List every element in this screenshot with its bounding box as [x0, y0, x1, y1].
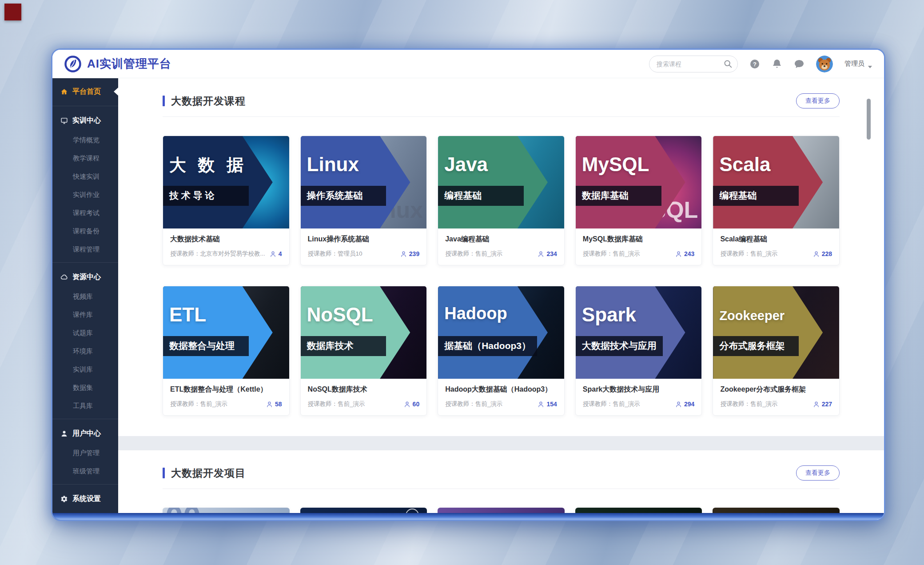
desktop-red-square: [4, 4, 21, 20]
main-content: 大数据开发课程 查看更多 大 数 据 技 术 导 论 大数据技术基础 授课教师：…: [118, 78, 884, 520]
course-cover: ETL 数据整合与处理: [163, 286, 289, 379]
app-title: AI实训管理平台: [87, 56, 171, 72]
sidebar-item[interactable]: 环境库: [52, 342, 118, 361]
sidebar-group-label: 用户中心: [72, 429, 101, 438]
view-more-button[interactable]: 查看更多: [796, 465, 840, 481]
course-card[interactable]: Scala 编程基础 Scala编程基础 授课教师：售前_演示 228: [713, 136, 840, 265]
course-title: Spark大数据技术与应用: [583, 385, 695, 394]
sidebar-group-gear[interactable]: 系统设置: [52, 488, 118, 509]
course-meta: 授课教师：售前_演示 228: [720, 250, 832, 258]
course-card[interactable]: MySQL MySQL 数据库基础 MySQL数据库基础 授课教师：售前_演示 …: [575, 136, 702, 265]
course-meta: 授课教师：售前_演示 60: [308, 400, 420, 408]
view-more-button[interactable]: 查看更多: [796, 93, 840, 108]
cover-subtitle-band: 技 术 导 论: [163, 186, 249, 206]
sidebar-item[interactable]: 实训作业: [52, 186, 118, 204]
sidebar-item[interactable]: 学情概览: [52, 131, 118, 149]
cover-subtitle: 大数据技术与应用: [582, 341, 657, 351]
sidebar-item[interactable]: 课程考试: [52, 204, 118, 222]
course-card-body: NoSQL数据库技术 授课教师：售前_演示 60: [301, 379, 427, 415]
cover-subtitle: 编程基础: [719, 190, 757, 200]
course-card-body: Hadoop大数据基础（Hadoop3） 授课教师：售前_演示 154: [438, 379, 564, 415]
search-icon[interactable]: [723, 59, 733, 68]
sidebar-item[interactable]: 课程备份: [52, 222, 118, 240]
sidebar-item[interactable]: 工具库: [52, 397, 118, 415]
search-box: [649, 56, 738, 72]
help-icon[interactable]: ?: [749, 59, 760, 69]
cover-chevron: [713, 136, 839, 228]
cover-chevron: [576, 286, 702, 379]
sidebar-group-user[interactable]: 用户中心: [52, 423, 118, 444]
bell-icon[interactable]: [772, 59, 782, 69]
person-icon: [813, 401, 820, 408]
section-projects: 大数据开发项目 查看更多 00 ··· 大数据开发案例 ··· 大数据开发案例 …: [118, 450, 884, 520]
cover-subtitle: 数据库技术: [307, 341, 354, 351]
desktop-background: AI实训管理平台 ?: [0, 0, 924, 565]
cover-subtitle: 数据整合与处理: [169, 341, 235, 351]
course-cover: Scala 编程基础: [713, 136, 839, 228]
user-avatar[interactable]: [816, 56, 833, 72]
course-title: ETL数据整合与处理（Kettle）: [170, 385, 282, 394]
course-meta: 授课教师：售前_演示 243: [583, 250, 695, 258]
course-student-count: 294: [675, 401, 694, 408]
course-card[interactable]: Spark 大数据技术与应用 Spark大数据技术与应用 授课教师：售前_演示 …: [575, 286, 702, 416]
person-icon: [538, 251, 544, 257]
course-card-body: Scala编程基础 授课教师：售前_演示 228: [713, 228, 839, 265]
course-meta: 授课教师：售前_演示 227: [720, 400, 832, 408]
course-teacher: 授课教师：售前_演示: [583, 250, 672, 258]
course-title: Hadoop大数据基础（Hadoop3）: [445, 385, 557, 394]
course-card[interactable]: NoSQL 数据库技术 NoSQL数据库技术 授课教师：售前_演示 60: [300, 286, 427, 416]
sidebar-item[interactable]: 课程管理: [52, 240, 118, 259]
sidebar-group-label: 资源中心: [72, 272, 101, 282]
course-cover: 大 数 据 技 术 导 论: [163, 136, 289, 228]
course-card-body: Java编程基础 授课教师：售前_演示 234: [438, 228, 564, 265]
cover-subtitle-band: 操作系统基础: [301, 186, 386, 206]
course-teacher: 授课教师：北京市对外贸易学校教...: [170, 250, 266, 258]
sidebar-group-cloud[interactable]: 资源中心: [52, 266, 118, 288]
course-card-body: Spark大数据技术与应用 授课教师：售前_演示 294: [576, 379, 702, 415]
app-window: AI实训管理平台 ?: [52, 50, 884, 520]
user-name: 管理员: [844, 60, 864, 68]
sidebar-item[interactable]: 视频库: [52, 288, 118, 306]
course-card[interactable]: Java 编程基础 Java编程基础 授课教师：售前_演示 234: [438, 136, 565, 265]
course-student-count: 60: [404, 401, 420, 408]
gear-icon: [60, 495, 68, 503]
sidebar-item[interactable]: 实训库: [52, 361, 118, 379]
chat-icon[interactable]: [794, 59, 805, 69]
course-meta: 授课教师：售前_演示 234: [445, 250, 557, 258]
sidebar-item[interactable]: 用户管理: [52, 444, 118, 462]
user-menu[interactable]: 管理员: [844, 60, 872, 68]
section-divider: [163, 489, 840, 489]
sidebar-item[interactable]: 班级管理: [52, 462, 118, 481]
cover-title: Zookeeper: [719, 309, 785, 322]
course-card[interactable]: inux Linux 操作系统基础 Linux操作系统基础 授课教师：管理员10…: [300, 136, 427, 265]
course-card-body: Linux操作系统基础 授课教师：管理员10 239: [301, 228, 427, 265]
person-icon: [538, 401, 544, 408]
cover-title: NoSQL: [307, 305, 373, 325]
course-card[interactable]: 大 数 据 技 术 导 论 大数据技术基础 授课教师：北京市对外贸易学校教...…: [163, 136, 290, 265]
sidebar-item[interactable]: 教学课程: [52, 149, 118, 168]
cover-title: 大 数 据: [169, 156, 247, 173]
course-meta: 授课教师：北京市对外贸易学校教... 4: [170, 250, 282, 258]
sidebar-item[interactable]: 快速实训: [52, 168, 118, 186]
sidebar-item[interactable]: 数据集: [52, 379, 118, 397]
person-icon: [270, 251, 276, 257]
course-teacher: 授课教师：售前_演示: [720, 250, 809, 258]
course-cover: Java 编程基础: [438, 136, 564, 228]
course-card[interactable]: Hadoop 据基础（Hadoop3） Hadoop大数据基础（Hadoop3）…: [438, 286, 565, 416]
course-title: MySQL数据库基础: [583, 235, 695, 244]
cover-subtitle-band: 据基础（Hadoop3）: [438, 336, 537, 356]
course-title: Linux操作系统基础: [308, 235, 420, 244]
sidebar-group-home[interactable]: 平台首页: [52, 81, 118, 102]
section-title: 大数据开发项目: [171, 466, 246, 480]
person-icon: [266, 401, 273, 408]
course-cover: MySQL MySQL 数据库基础: [576, 136, 702, 228]
scrollbar-thumb[interactable]: [867, 99, 871, 140]
sidebar-item[interactable]: 试题库: [52, 324, 118, 342]
course-card[interactable]: ETL 数据整合与处理 ETL数据整合与处理（Kettle） 授课教师：售前_演…: [163, 286, 290, 416]
sidebar-item[interactable]: 课件库: [52, 306, 118, 324]
sidebar-group-monitor[interactable]: 实训中心: [52, 110, 118, 131]
course-cover: Hadoop 据基础（Hadoop3）: [438, 286, 564, 379]
course-card[interactable]: Zookeeper 分布式服务框架 Zookeeper分布式服务框架 授课教师：…: [713, 286, 840, 416]
cover-chevron: [163, 286, 289, 379]
cover-title: MySQL: [582, 155, 649, 174]
